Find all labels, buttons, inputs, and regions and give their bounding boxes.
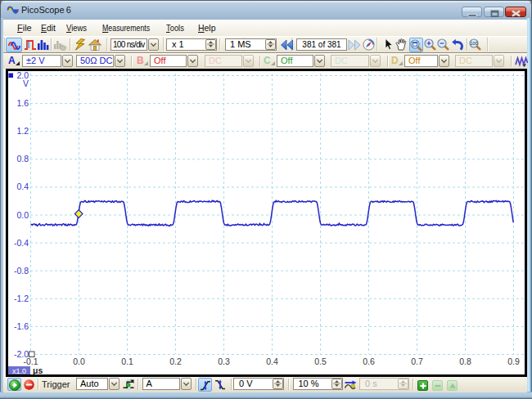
svg-text:1.6: 1.6 bbox=[16, 98, 29, 108]
svg-text:0.0: 0.0 bbox=[16, 210, 29, 220]
svg-text:0.3: 0.3 bbox=[218, 356, 230, 366]
svg-text:-1.6: -1.6 bbox=[14, 321, 29, 331]
svg-text:0.7: 0.7 bbox=[411, 356, 423, 366]
svg-text:0.0: 0.0 bbox=[73, 356, 85, 366]
svg-text:μs: μs bbox=[33, 365, 43, 374]
svg-text:0.8: 0.8 bbox=[459, 356, 471, 366]
svg-text:0.2: 0.2 bbox=[169, 356, 182, 366]
svg-text:-1.2: -1.2 bbox=[14, 294, 29, 303]
svg-text:100: 100 bbox=[470, 41, 477, 46]
svg-text:0.5: 0.5 bbox=[314, 356, 327, 366]
svg-text:0.9: 0.9 bbox=[507, 356, 520, 366]
svg-text:0.6: 0.6 bbox=[363, 356, 375, 366]
svg-text:V: V bbox=[23, 78, 29, 88]
svg-text:-0.4: -0.4 bbox=[14, 238, 29, 248]
svg-text:-0.8: -0.8 bbox=[14, 266, 29, 276]
svg-text:x1.0: x1.0 bbox=[12, 367, 26, 375]
svg-text:0.8: 0.8 bbox=[16, 154, 29, 164]
svg-text:1.2: 1.2 bbox=[16, 126, 29, 136]
svg-text:0.4: 0.4 bbox=[16, 182, 29, 191]
svg-text:0.4: 0.4 bbox=[266, 356, 278, 366]
svg-text:0.1: 0.1 bbox=[121, 356, 133, 366]
